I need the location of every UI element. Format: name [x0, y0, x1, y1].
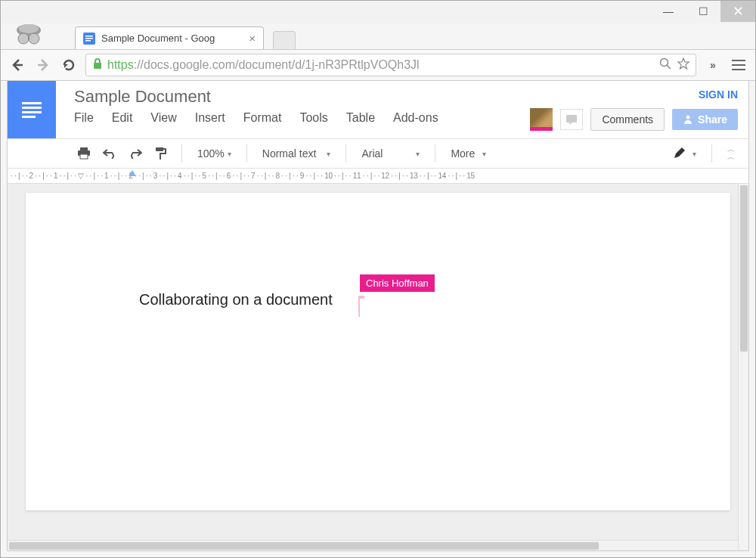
svg-point-3: [29, 33, 39, 44]
document-page[interactable]: Collaborating on a document Chris Hoffma…: [26, 193, 730, 510]
svg-rect-10: [94, 63, 101, 69]
formatting-toolbar: 100% ▾ Normal text ▾ Arial ▾ More ▾ ▾: [8, 138, 748, 169]
ruler[interactable]: · · | · · 2 · · | · · 1 · · | · · ▽ · · …: [8, 169, 748, 184]
undo-button[interactable]: [98, 148, 121, 159]
print-button[interactable]: [73, 147, 95, 160]
collapse-toolbar-button[interactable]: ︿︿: [723, 147, 739, 160]
docs-header: Sample Document File Edit View Insert Fo…: [8, 81, 748, 138]
docs-logo-icon[interactable]: [8, 81, 56, 138]
chevron-down-icon: ▾: [482, 150, 486, 158]
svg-point-2: [18, 33, 29, 44]
svg-rect-4: [28, 37, 29, 39]
lock-icon: [92, 57, 103, 73]
menu-button[interactable]: [730, 56, 748, 74]
menu-format[interactable]: Format: [243, 111, 282, 125]
paint-format-button[interactable]: [150, 147, 171, 160]
chevron-down-icon: ▾: [327, 150, 330, 158]
browser-tab[interactable]: Sample Document - Goog ×: [75, 26, 264, 49]
collaborator-avatar[interactable]: [530, 108, 553, 131]
menu-edit[interactable]: Edit: [112, 111, 133, 125]
address-bar[interactable]: https://docs.google.com/document/d/1j-nR…: [85, 54, 696, 76]
svg-rect-7: [85, 40, 91, 42]
svg-rect-6: [85, 38, 93, 39]
share-button[interactable]: Share: [672, 109, 738, 130]
redo-button[interactable]: [124, 148, 147, 159]
person-icon: [683, 114, 693, 125]
star-icon[interactable]: [677, 57, 689, 73]
menu-view[interactable]: View: [150, 111, 176, 125]
menu-tools[interactable]: Tools: [299, 111, 327, 125]
menu-table[interactable]: Table: [346, 111, 375, 125]
pencil-icon: [673, 147, 685, 160]
window-titlebar: — ☐ ✕: [1, 1, 755, 23]
tab-title: Sample Document - Goog: [101, 33, 215, 44]
document-title[interactable]: Sample Document: [74, 87, 510, 107]
svg-rect-21: [156, 147, 163, 151]
browser-navbar: https://docs.google.com/document/d/1j-nR…: [1, 49, 755, 81]
forward-button[interactable]: [34, 56, 52, 74]
docs-app: Sample Document File Edit View Insert Fo…: [7, 81, 749, 551]
menu-addons[interactable]: Add-ons: [393, 111, 438, 125]
tab-close-icon[interactable]: ×: [249, 32, 256, 45]
minimize-button[interactable]: —: [651, 1, 686, 22]
zoom-selector[interactable]: 100% ▾: [193, 147, 236, 160]
collaborator-cursor: [358, 299, 360, 317]
chevron-down-icon: ▾: [692, 150, 696, 158]
svg-rect-13: [732, 60, 745, 61]
vertical-scrollbar[interactable]: [738, 184, 748, 550]
more-tools-button[interactable]: More ▾: [446, 147, 491, 160]
comments-button[interactable]: Comments: [590, 108, 665, 131]
menu-file[interactable]: File: [74, 111, 94, 125]
svg-rect-18: [80, 147, 88, 150]
svg-rect-15: [732, 69, 745, 70]
svg-rect-14: [732, 64, 745, 66]
collaborator-name-label: Chris Hoffman: [360, 274, 435, 292]
share-label: Share: [698, 113, 727, 126]
svg-line-12: [667, 65, 671, 69]
horizontal-scrollbar[interactable]: [8, 540, 738, 550]
url-scheme: https: [107, 58, 134, 72]
document-canvas-area: Collaborating on a document Chris Hoffma…: [8, 184, 748, 550]
chevron-down-icon: ▾: [416, 150, 420, 158]
browser-window: — ☐ ✕ Sample Document - Goog ×: [0, 0, 756, 558]
svg-rect-20: [80, 154, 88, 159]
svg-rect-16: [566, 115, 577, 122]
indent-marker-icon[interactable]: [129, 170, 136, 176]
svg-point-1: [19, 24, 39, 33]
paragraph-style-selector[interactable]: Normal text ▾: [258, 147, 336, 160]
omnibox-actions: [659, 57, 689, 73]
incognito-icon: [11, 20, 46, 49]
svg-rect-5: [85, 36, 93, 37]
overflow-button[interactable]: »: [704, 56, 722, 74]
reload-button[interactable]: [60, 56, 78, 74]
tab-strip: Sample Document - Goog ×: [1, 23, 755, 49]
chevron-down-icon: ▾: [228, 150, 231, 158]
font-selector[interactable]: Arial ▾: [357, 147, 424, 160]
scroll-thumb[interactable]: [740, 185, 748, 352]
search-icon[interactable]: [659, 57, 671, 73]
svg-point-17: [686, 116, 690, 119]
menu-insert[interactable]: Insert: [195, 111, 225, 125]
scroll-thumb[interactable]: [9, 542, 599, 550]
editing-mode-button[interactable]: ▾: [668, 147, 701, 160]
ruler-markings: · · | · · 2 · · | · · 1 · · | · · ▽ · · …: [11, 172, 475, 180]
new-tab-button[interactable]: [273, 31, 296, 49]
signin-link[interactable]: SIGN IN: [699, 88, 738, 101]
close-button[interactable]: ✕: [720, 1, 755, 22]
chat-icon[interactable]: [560, 109, 583, 130]
back-button[interactable]: [8, 56, 26, 74]
document-content[interactable]: Collaborating on a document: [139, 291, 333, 308]
url-text: ://docs.google.com/document/d/1j-nR3PRtl…: [134, 58, 420, 72]
maximize-button[interactable]: ☐: [686, 1, 720, 22]
menu-bar: File Edit View Insert Format Tools Table…: [74, 111, 510, 131]
window-controls: — ☐ ✕: [651, 1, 755, 22]
docs-favicon-icon: [83, 33, 95, 45]
